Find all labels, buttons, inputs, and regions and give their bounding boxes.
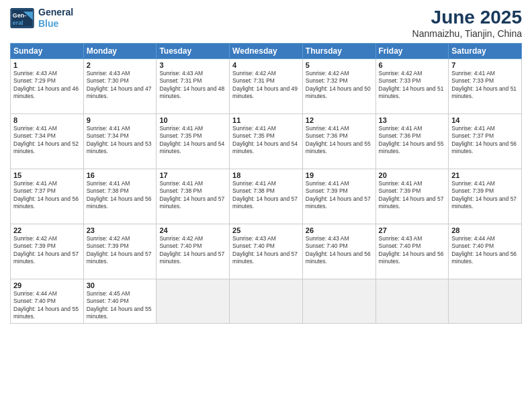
logo-icon: Gen- eral [10,8,34,28]
calendar-day: 27Sunrise: 4:43 AMSunset: 7:40 PMDayligh… [375,224,449,279]
calendar-day: 13Sunrise: 4:41 AMSunset: 7:36 PMDayligh… [375,114,449,169]
svg-text:Gen-: Gen- [13,12,26,19]
calendar-day [449,279,522,324]
calendar-day: 1Sunrise: 4:43 AMSunset: 7:29 PMDaylight… [11,59,84,114]
calendar-table: SundayMondayTuesdayWednesdayThursdayFrid… [10,43,522,324]
logo: Gen- eral General Blue [10,7,73,30]
weekday-header: Wednesday [230,44,303,59]
calendar-day: 9Sunrise: 4:41 AMSunset: 7:34 PMDaylight… [83,114,157,169]
weekday-header: Saturday [449,44,522,59]
calendar-page: Gen- eral General Blue June 2025 Nanmaiz… [0,0,532,411]
title-block: June 2025 Nanmaizhu, Tianjin, China [412,7,522,39]
calendar-week-row: 8Sunrise: 4:41 AMSunset: 7:34 PMDaylight… [11,114,522,169]
calendar-day: 14Sunrise: 4:41 AMSunset: 7:37 PMDayligh… [449,114,522,169]
calendar-day: 10Sunrise: 4:41 AMSunset: 7:35 PMDayligh… [157,114,230,169]
weekday-header: Friday [375,44,449,59]
calendar-day: 17Sunrise: 4:41 AMSunset: 7:38 PMDayligh… [157,169,230,224]
calendar-day: 29Sunrise: 4:44 AMSunset: 7:40 PMDayligh… [11,279,84,324]
calendar-day [302,279,375,324]
calendar-day: 5Sunrise: 4:42 AMSunset: 7:32 PMDaylight… [302,59,375,114]
calendar-week-row: 22Sunrise: 4:42 AMSunset: 7:39 PMDayligh… [11,224,522,279]
calendar-day [375,279,449,324]
calendar-day: 19Sunrise: 4:41 AMSunset: 7:39 PMDayligh… [302,169,375,224]
calendar-day: 12Sunrise: 4:41 AMSunset: 7:36 PMDayligh… [302,114,375,169]
calendar-week-row: 15Sunrise: 4:41 AMSunset: 7:37 PMDayligh… [11,169,522,224]
calendar-day: 8Sunrise: 4:41 AMSunset: 7:34 PMDaylight… [11,114,84,169]
calendar-week-row: 29Sunrise: 4:44 AMSunset: 7:40 PMDayligh… [11,279,522,324]
calendar-day: 25Sunrise: 4:43 AMSunset: 7:40 PMDayligh… [230,224,303,279]
calendar-day: 30Sunrise: 4:45 AMSunset: 7:40 PMDayligh… [83,279,157,324]
header: Gen- eral General Blue June 2025 Nanmaiz… [10,7,522,39]
calendar-day: 3Sunrise: 4:43 AMSunset: 7:31 PMDaylight… [157,59,230,114]
logo-text: General Blue [38,7,73,30]
calendar-day: 18Sunrise: 4:41 AMSunset: 7:38 PMDayligh… [230,169,303,224]
calendar-day: 28Sunrise: 4:44 AMSunset: 7:40 PMDayligh… [449,224,522,279]
calendar-day: 15Sunrise: 4:41 AMSunset: 7:37 PMDayligh… [11,169,84,224]
calendar-day: 24Sunrise: 4:42 AMSunset: 7:40 PMDayligh… [157,224,230,279]
calendar-day: 26Sunrise: 4:43 AMSunset: 7:40 PMDayligh… [302,224,375,279]
calendar-day [157,279,230,324]
weekday-header: Thursday [302,44,375,59]
subtitle: Nanmaizhu, Tianjin, China [412,28,522,39]
calendar-day: 2Sunrise: 4:43 AMSunset: 7:30 PMDaylight… [83,59,157,114]
calendar-day: 23Sunrise: 4:42 AMSunset: 7:39 PMDayligh… [83,224,157,279]
calendar-day: 6Sunrise: 4:42 AMSunset: 7:33 PMDaylight… [375,59,449,114]
weekday-header: Monday [83,44,157,59]
weekday-header: Tuesday [157,44,230,59]
weekday-header: Sunday [11,44,84,59]
calendar-day: 16Sunrise: 4:41 AMSunset: 7:38 PMDayligh… [83,169,157,224]
calendar-day: 4Sunrise: 4:42 AMSunset: 7:31 PMDaylight… [230,59,303,114]
calendar-day: 11Sunrise: 4:41 AMSunset: 7:35 PMDayligh… [230,114,303,169]
svg-text:eral: eral [13,19,24,26]
calendar-day: 21Sunrise: 4:41 AMSunset: 7:39 PMDayligh… [449,169,522,224]
calendar-header-row: SundayMondayTuesdayWednesdayThursdayFrid… [11,44,522,59]
calendar-day: 7Sunrise: 4:41 AMSunset: 7:33 PMDaylight… [449,59,522,114]
calendar-week-row: 1Sunrise: 4:43 AMSunset: 7:29 PMDaylight… [11,59,522,114]
calendar-day: 22Sunrise: 4:42 AMSunset: 7:39 PMDayligh… [11,224,84,279]
calendar-day: 20Sunrise: 4:41 AMSunset: 7:39 PMDayligh… [375,169,449,224]
calendar-day [230,279,303,324]
main-title: June 2025 [412,7,522,28]
